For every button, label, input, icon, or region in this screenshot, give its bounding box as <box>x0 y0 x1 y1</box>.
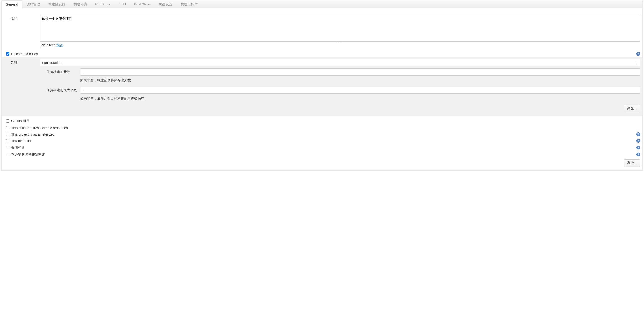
max-builds-label: 保持构建的最大个数 <box>4 88 80 92</box>
parameterized-checkbox[interactable] <box>6 132 10 136</box>
tab-post-steps[interactable]: Post Steps <box>130 0 155 8</box>
lockable-resources-label: This build requires lockable resources <box>11 126 68 130</box>
discard-old-builds-checkbox[interactable] <box>6 52 10 56</box>
days-to-keep-label: 保持构建的天数 <box>4 70 80 74</box>
disable-build-checkbox[interactable] <box>6 146 10 149</box>
tab-scm[interactable]: 源码管理 <box>22 0 44 8</box>
tab-triggers[interactable]: 构建触发器 <box>44 0 70 8</box>
max-builds-hint: 如果非空，最多此数目的构建记录将被保存 <box>2 95 642 103</box>
days-to-keep-input[interactable] <box>80 68 640 76</box>
svg-text:?: ? <box>638 146 639 149</box>
svg-text:?: ? <box>638 139 639 142</box>
throttle-builds-label: Throttle builds <box>11 139 32 143</box>
discard-old-builds-label: Discard old builds <box>11 52 38 56</box>
strategy-select[interactable]: Log Rotation ▲▼ <box>40 59 640 66</box>
svg-text:?: ? <box>638 153 639 156</box>
strategy-value: Log Rotation <box>40 61 634 64</box>
tab-general[interactable]: General <box>1 0 22 8</box>
advanced-button-bottom[interactable]: 高级... <box>624 159 640 167</box>
tab-build-env[interactable]: 构建环境 <box>70 0 91 8</box>
tab-build-settings[interactable]: 构建设置 <box>155 0 176 8</box>
tab-pre-steps[interactable]: Pre Steps <box>91 0 114 8</box>
throttle-builds-checkbox[interactable] <box>6 139 10 142</box>
help-icon[interactable]: ? <box>636 152 640 156</box>
help-icon[interactable]: ? <box>636 139 640 143</box>
description-textarea[interactable] <box>40 15 640 42</box>
description-label: 描述 <box>4 15 40 21</box>
description-format-label: [Plain text] <box>40 43 56 47</box>
preview-link[interactable]: 预览 <box>56 43 63 47</box>
github-project-label: GitHub 项目 <box>11 119 30 123</box>
concurrent-build-label: 在必要的时候并发构建 <box>11 152 45 157</box>
disable-build-label: 关闭构建 <box>11 146 25 150</box>
max-builds-input[interactable] <box>80 86 640 94</box>
config-tabs: General 源码管理 构建触发器 构建环境 Pre Steps Build … <box>1 0 643 8</box>
select-arrows-icon: ▲▼ <box>634 61 640 64</box>
tab-post-build[interactable]: 构建后操作 <box>176 0 202 8</box>
svg-text:?: ? <box>638 133 639 136</box>
github-project-checkbox[interactable] <box>6 119 10 123</box>
tab-build[interactable]: Build <box>114 0 130 8</box>
strategy-label: 策略 <box>4 60 40 65</box>
lockable-resources-checkbox[interactable] <box>6 126 10 130</box>
help-icon[interactable]: ? <box>636 52 640 56</box>
parameterized-label: This project is parameterized <box>11 132 54 136</box>
concurrent-build-checkbox[interactable] <box>6 153 10 156</box>
help-icon[interactable]: ? <box>636 132 640 136</box>
svg-text:?: ? <box>638 52 639 56</box>
help-icon[interactable]: ? <box>636 146 640 150</box>
days-to-keep-hint: 如果非空，构建记录将保存此天数 <box>2 77 642 85</box>
advanced-button[interactable]: 高级... <box>624 105 640 112</box>
resize-handle[interactable] <box>40 42 640 42</box>
